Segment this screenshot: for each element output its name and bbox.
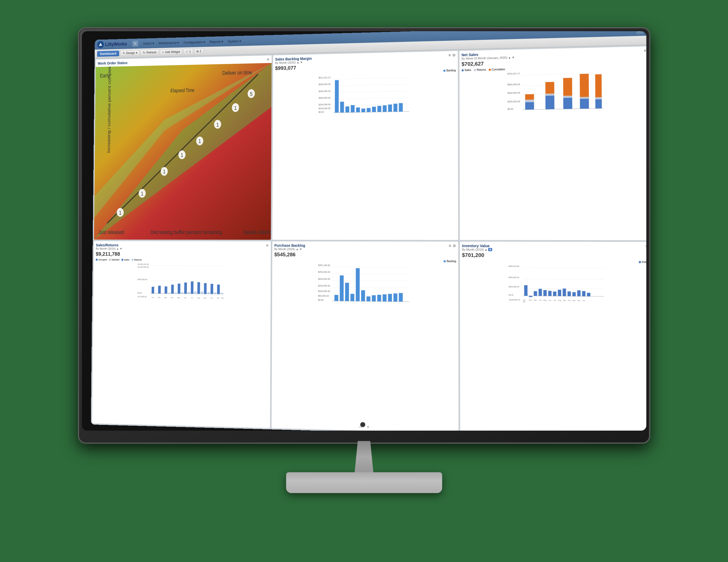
- svg-text:Apr: Apr: [539, 299, 542, 301]
- nav-action[interactable]: Action ▾: [141, 40, 156, 47]
- svg-rect-113: [174, 293, 177, 294]
- svg-text:$150,000.00: $150,000.00: [318, 285, 330, 287]
- inventory-header: Inventory Value By Month (2019) ▲ ▼ ✕: [462, 244, 646, 251]
- nav-reports[interactable]: Reports ▾: [207, 38, 225, 45]
- copy-button[interactable]: ⧉ 2: [194, 48, 203, 54]
- svg-rect-82: [545, 93, 554, 95]
- sales-returns-close[interactable]: ✕: [266, 243, 269, 247]
- refresh-button[interactable]: ↻ Refresh: [141, 49, 159, 55]
- svg-rect-86: [563, 78, 572, 96]
- pb-up-arrow-icon[interactable]: ▲: [296, 247, 299, 250]
- svg-text:Jan: Jan: [333, 114, 336, 115]
- up-arrow-icon[interactable]: ▲: [296, 61, 299, 64]
- svg-rect-161: [383, 294, 386, 302]
- svg-rect-191: [538, 289, 542, 296]
- check-button[interactable]: ✓ 1: [183, 49, 193, 54]
- svg-line-75: [523, 102, 603, 103]
- svg-line-151: [332, 301, 409, 302]
- net-down-arrow-icon[interactable]: ▼: [512, 56, 514, 59]
- svg-text:$611,021.37: $611,021.37: [319, 76, 331, 79]
- inventory-title: Inventory Value: [462, 244, 492, 248]
- purchase-backlog-close[interactable]: ✕: [448, 244, 451, 248]
- svg-text:Jul: Jul: [365, 303, 367, 304]
- svg-rect-43: [345, 106, 349, 112]
- svg-rect-51: [388, 105, 392, 112]
- svg-text:$0.00: $0.00: [137, 292, 142, 294]
- svg-rect-152: [334, 295, 338, 301]
- inventory-value: $701,200: [462, 252, 646, 259]
- power-button[interactable]: [360, 422, 365, 427]
- inv-down-arrow-icon[interactable]: ▼: [488, 248, 492, 251]
- pb-down-arrow-icon[interactable]: ▼: [299, 247, 302, 250]
- svg-text:1: 1: [163, 168, 165, 174]
- plus-icon-monitor[interactable]: +: [367, 425, 369, 429]
- svg-text:Deliver on time: Deliver on time: [222, 69, 252, 76]
- svg-text:$1,093,401.99: $1,093,401.99: [138, 263, 149, 265]
- svg-text:Apr: Apr: [171, 297, 173, 299]
- svg-rect-106: [151, 287, 154, 294]
- svg-line-143: [332, 274, 409, 274]
- svg-rect-126: [217, 285, 220, 294]
- svg-text:Nov: Nov: [386, 303, 390, 304]
- purchase-backlog-subtitle: By Month (2020) ▲ ▼: [274, 247, 305, 250]
- sales-backlog-close[interactable]: ✕: [448, 53, 451, 57]
- design-button[interactable]: ✎ Design ▾: [120, 50, 139, 56]
- add-widget-button[interactable]: + Add Widget: [160, 49, 182, 55]
- grouped-legend: Grouped: [95, 258, 107, 261]
- svg-rect-192: [543, 290, 547, 296]
- svg-line-180: [523, 267, 604, 268]
- inventory-subtitle: By Month (2019) ▲ ▼: [462, 248, 492, 251]
- sr-down-arrow-icon[interactable]: ▼: [119, 247, 122, 250]
- svg-text:1: 1: [198, 138, 201, 144]
- purchase-backlog-value: $545,286: [274, 251, 456, 258]
- inv-up-arrow-icon[interactable]: ▲: [484, 248, 487, 251]
- svg-rect-44: [351, 105, 355, 112]
- nav-system[interactable]: System ▾: [226, 38, 243, 44]
- work-order-controls: ✕: [266, 57, 269, 62]
- inventory-close[interactable]: ✕: [645, 244, 646, 248]
- sr-up-arrow-icon[interactable]: ▲: [116, 247, 119, 250]
- svg-text:Apr: Apr: [349, 114, 352, 115]
- svg-rect-109: [161, 293, 164, 294]
- svg-rect-122: [204, 283, 207, 294]
- svg-rect-188: [524, 285, 527, 296]
- svg-text:1: 1: [234, 105, 237, 111]
- svg-text:$0.00: $0.00: [507, 108, 513, 111]
- svg-rect-50: [383, 105, 386, 112]
- svg-rect-116: [184, 283, 187, 294]
- svg-rect-195: [558, 290, 561, 296]
- net-sales-close[interactable]: ✕: [643, 48, 646, 53]
- sales-backlog-gear[interactable]: ⚙: [452, 53, 455, 57]
- svg-text:$100,000.00: $100,000.00: [318, 290, 330, 293]
- sales-legend-sr: Sales: [121, 258, 129, 261]
- svg-text:$500,000.00: $500,000.00: [138, 278, 147, 280]
- svg-rect-114: [178, 284, 180, 294]
- net-up-arrow-icon[interactable]: ▲: [508, 56, 511, 59]
- nav-maintenance[interactable]: Maintenance ▾: [156, 40, 181, 46]
- svg-text:Elapsed Time: Elapsed Time: [170, 87, 194, 93]
- svg-rect-79: [525, 100, 534, 102]
- purchase-backlog-widget: Purchase Backlog By Month (2020) ▲ ▼ ✕: [271, 241, 459, 431]
- purchase-backlog-gear[interactable]: ⚙: [453, 244, 456, 248]
- svg-rect-197: [567, 292, 571, 296]
- svg-rect-112: [171, 285, 173, 294]
- svg-text:$300,000.00: $300,000.00: [318, 97, 331, 99]
- svg-text:Feb: Feb: [338, 303, 341, 304]
- svg-rect-49: [377, 106, 381, 112]
- svg-text:22-28: 22-28: [581, 110, 587, 112]
- svg-text:Mar: Mar: [534, 299, 537, 301]
- svg-rect-193: [548, 291, 551, 296]
- work-order-close[interactable]: ✕: [266, 57, 269, 62]
- inventory-legend: Inventory: [639, 260, 646, 263]
- purchase-backlog-header: Purchase Backlog By Month (2020) ▲ ▼ ✕: [274, 243, 456, 251]
- svg-line-29: [333, 77, 409, 79]
- dashboard-tab[interactable]: Dashboard: [97, 50, 119, 57]
- search-icon[interactable]: 🔍: [645, 31, 646, 34]
- nav-refresh-icon[interactable]: ↻: [132, 41, 138, 47]
- down-arrow-icon[interactable]: ▼: [300, 61, 303, 64]
- nav-configuration[interactable]: Configuration ▾: [182, 39, 207, 46]
- svg-text:Jan: Jan: [523, 299, 525, 301]
- expand-icon[interactable]: ⤢: [636, 31, 643, 34]
- inv-legend-dot: [639, 261, 641, 263]
- work-order-title: Work Order Status: [98, 61, 127, 66]
